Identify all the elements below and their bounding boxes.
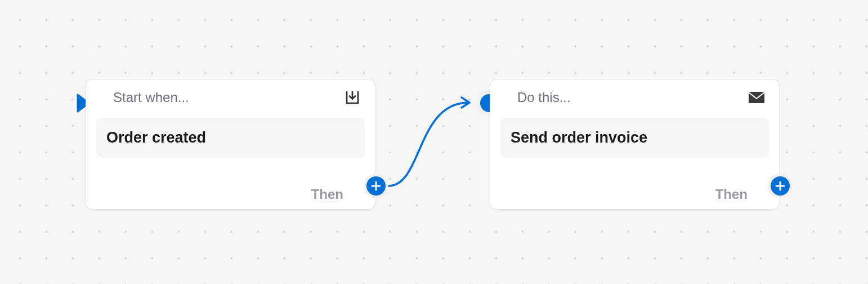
trigger-node-header: Start when... <box>86 79 375 111</box>
add-step-button[interactable] <box>768 174 793 198</box>
svg-rect-0 <box>749 92 764 103</box>
action-chip[interactable]: Send order invoice <box>500 118 769 158</box>
trigger-chip[interactable]: Order created <box>96 118 365 158</box>
trigger-node-body: Order created <box>86 111 375 158</box>
trigger-header-label: Start when... <box>113 90 189 105</box>
action-node-body: Send order invoice <box>490 111 779 158</box>
then-label: Then <box>311 187 343 202</box>
action-node-footer: Then <box>715 187 748 202</box>
add-step-button[interactable] <box>364 174 388 198</box>
email-icon <box>748 88 766 106</box>
then-label: Then <box>715 187 748 202</box>
action-header-label: Do this... <box>517 90 571 105</box>
trigger-node[interactable]: Start when... Order created Then <box>86 79 375 210</box>
workflow-canvas[interactable]: Start when... Order created Then <box>0 0 868 284</box>
plus-icon <box>771 176 790 196</box>
inbox-download-icon <box>343 88 361 106</box>
action-node[interactable]: Do this... Send order invoice Then <box>490 79 780 210</box>
plus-icon <box>366 176 386 196</box>
trigger-node-footer: Then <box>311 187 343 202</box>
action-node-header: Do this... <box>490 79 779 111</box>
